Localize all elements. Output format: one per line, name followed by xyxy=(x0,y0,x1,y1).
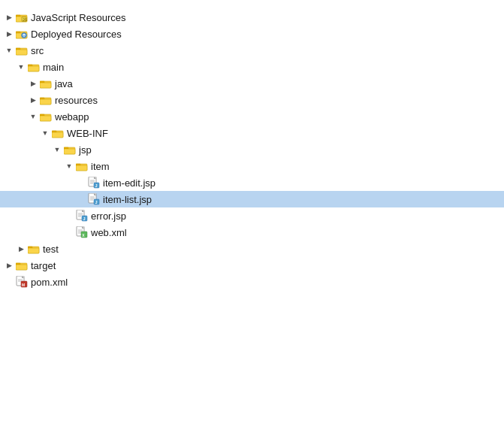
tree-item-jsp[interactable]: jsp xyxy=(0,141,504,158)
tree-item-deployed-resources[interactable]: Deployed Resources xyxy=(0,26,504,42)
tree-item-item-list-jsp[interactable]: J item-list.jsp xyxy=(0,191,504,207)
tree-item-item[interactable]: item xyxy=(0,158,504,174)
tree-item-java[interactable]: java xyxy=(0,75,504,92)
svg-rect-11 xyxy=(16,50,27,55)
tree-item-pom-xml[interactable]: M pom.xml xyxy=(0,274,504,290)
tree-item-label: main xyxy=(43,62,64,73)
tree-item-src[interactable]: src xyxy=(0,42,504,59)
tree-item-label: item xyxy=(91,161,110,172)
expand-arrow[interactable] xyxy=(27,94,39,106)
file-tree: JS JavaScript Resources Deployed Resourc… xyxy=(0,6,504,293)
tree-item-label: web.xml xyxy=(91,227,127,238)
jsp-file-icon: J xyxy=(75,210,89,222)
svg-rect-61 xyxy=(16,263,20,265)
svg-rect-32 xyxy=(76,165,87,171)
svg-rect-14 xyxy=(28,66,39,71)
svg-rect-62 xyxy=(16,265,27,270)
expand-arrow[interactable] xyxy=(15,243,27,255)
tree-item-label: resources xyxy=(55,95,98,106)
svg-rect-59 xyxy=(28,248,39,253)
tree-item-error-jsp[interactable]: J error.jsp xyxy=(0,207,504,224)
tree-item-web-xml[interactable]: X web.xml xyxy=(0,224,504,241)
maven-file-icon: M xyxy=(15,276,29,288)
tree-item-label: WEB-INF xyxy=(67,128,108,139)
svg-rect-25 xyxy=(52,131,56,132)
svg-rect-23 xyxy=(40,116,51,121)
folder-icon xyxy=(63,144,77,156)
svg-rect-29 xyxy=(64,149,75,154)
tree-item-label: webapp xyxy=(55,111,89,123)
svg-text:J: J xyxy=(95,183,98,188)
folder-icon xyxy=(51,127,65,139)
folder-icon xyxy=(39,110,53,123)
folder-icon xyxy=(15,259,29,271)
tree-item-label: item-list.jsp xyxy=(103,194,152,205)
tree-item-javascript-resources[interactable]: JS JavaScript Resources xyxy=(0,9,504,26)
tree-item-label: item-edit.jsp xyxy=(103,177,155,189)
expand-arrow[interactable] xyxy=(15,61,27,73)
tree-item-label: jsp xyxy=(79,144,92,156)
expand-arrow[interactable] xyxy=(3,44,15,56)
tree-item-label: Deployed Resources xyxy=(31,29,122,40)
tree-item-label: target xyxy=(31,260,56,271)
expand-arrow[interactable] xyxy=(27,77,39,89)
svg-rect-22 xyxy=(40,114,44,116)
folder-icon xyxy=(39,94,53,106)
svg-text:J: J xyxy=(83,216,86,221)
expand-arrow[interactable] xyxy=(51,144,63,156)
svg-rect-26 xyxy=(52,132,63,138)
folder-icon xyxy=(27,243,41,255)
tree-item-label: JavaScript Resources xyxy=(31,12,125,23)
svg-rect-6 xyxy=(16,32,20,33)
tree-item-label: java xyxy=(55,78,73,89)
svg-rect-1 xyxy=(16,15,20,17)
svg-text:JS: JS xyxy=(23,17,27,22)
tree-item-item-edit-jsp[interactable]: J item-edit.jsp xyxy=(0,174,504,191)
svg-rect-28 xyxy=(64,147,68,149)
svg-text:J: J xyxy=(95,200,98,204)
tree-item-resources[interactable]: resources xyxy=(0,92,504,108)
folder-icon xyxy=(39,77,53,89)
svg-rect-10 xyxy=(16,48,20,50)
svg-rect-19 xyxy=(40,98,44,99)
svg-rect-13 xyxy=(28,65,32,66)
expand-arrow[interactable] xyxy=(63,160,75,172)
svg-rect-20 xyxy=(40,99,51,104)
folder-icon xyxy=(75,160,89,172)
tree-item-label: error.jsp xyxy=(91,210,126,222)
tree-item-label: test xyxy=(43,244,59,255)
expand-arrow[interactable] xyxy=(3,11,15,23)
folder-icon xyxy=(15,44,29,56)
svg-text:M: M xyxy=(22,283,25,287)
tree-item-label: pom.xml xyxy=(31,277,68,288)
tree-item-label: src xyxy=(31,45,44,56)
tree-item-web-inf[interactable]: WEB-INF xyxy=(0,125,504,141)
folder-icon xyxy=(27,61,41,73)
expand-arrow[interactable] xyxy=(27,110,39,123)
svg-rect-31 xyxy=(76,164,80,165)
expand-arrow[interactable] xyxy=(39,127,51,139)
jsp-file-icon: J xyxy=(87,193,101,205)
deployed-folder-icon xyxy=(15,28,29,40)
tree-item-webapp[interactable]: webapp xyxy=(0,108,504,125)
jsp-file-icon: J xyxy=(87,177,101,189)
tree-item-test[interactable]: test xyxy=(0,241,504,257)
svg-rect-16 xyxy=(40,81,44,83)
expand-arrow[interactable] xyxy=(3,259,15,271)
tree-item-target[interactable]: target xyxy=(0,257,504,274)
expand-arrow[interactable] xyxy=(3,28,15,40)
js-folder-icon: JS xyxy=(15,11,29,23)
svg-rect-58 xyxy=(28,247,32,248)
svg-rect-17 xyxy=(40,83,51,88)
xml-file-icon: X xyxy=(75,226,89,238)
tree-item-main[interactable]: main xyxy=(0,59,504,75)
